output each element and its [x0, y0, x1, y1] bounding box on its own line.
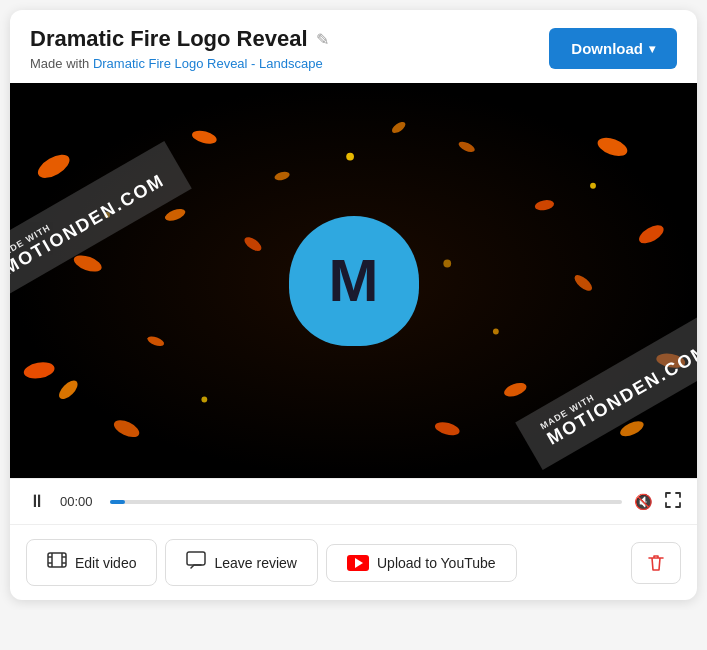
svg-point-8	[274, 170, 291, 182]
upload-youtube-button[interactable]: Upload to YouTube	[326, 544, 517, 582]
volume-button[interactable]: 🔇	[634, 493, 653, 511]
time-display: 00:00	[60, 494, 98, 509]
chevron-down-icon: ▾	[649, 42, 655, 56]
svg-point-19	[390, 120, 407, 135]
title-row: Dramatic Fire Logo Reveal ✎	[30, 26, 329, 52]
svg-point-16	[457, 140, 476, 154]
svg-point-5	[191, 128, 218, 146]
action-bar: Edit video Leave review Upload to YouTub…	[10, 524, 697, 600]
edit-title-icon[interactable]: ✎	[316, 30, 329, 49]
watermark-bottom: MADE WITH MOTIONDEN.COM	[515, 311, 697, 470]
template-link[interactable]: Dramatic Fire Logo Reveal - Landscape	[93, 56, 323, 71]
svg-point-20	[346, 153, 354, 161]
logo-circle: M	[289, 216, 419, 346]
youtube-icon	[347, 555, 369, 571]
svg-point-22	[590, 183, 596, 189]
svg-point-3	[111, 417, 141, 441]
video-controls: ⏸ 00:00 🔇	[10, 478, 697, 524]
trash-icon	[646, 553, 666, 573]
svg-rect-26	[48, 553, 66, 567]
svg-point-10	[595, 134, 630, 159]
video-frame: MADE WITH MOTIONDEN.COM MADE WITH MOTION…	[10, 83, 697, 478]
svg-point-11	[636, 222, 666, 247]
svg-point-7	[242, 235, 263, 254]
svg-point-24	[201, 397, 207, 403]
leave-review-label: Leave review	[214, 555, 297, 571]
delete-button[interactable]	[631, 542, 681, 584]
pause-button[interactable]: ⏸	[26, 489, 48, 514]
fullscreen-button[interactable]	[665, 492, 681, 511]
svg-point-15	[534, 199, 555, 212]
watermark-top: MADE WITH MOTIONDEN.COM	[10, 141, 192, 300]
edit-video-label: Edit video	[75, 555, 136, 571]
leave-review-button[interactable]: Leave review	[165, 539, 318, 586]
comment-icon	[186, 550, 206, 575]
edit-video-button[interactable]: Edit video	[26, 539, 157, 586]
page-title: Dramatic Fire Logo Reveal	[30, 26, 308, 52]
svg-point-0	[34, 150, 73, 183]
download-button[interactable]: Download ▾	[549, 28, 677, 69]
svg-point-14	[572, 272, 595, 293]
svg-point-25	[443, 260, 451, 268]
header-left: Dramatic Fire Logo Reveal ✎ Made with Dr…	[30, 26, 329, 71]
main-card: Dramatic Fire Logo Reveal ✎ Made with Dr…	[10, 10, 697, 600]
svg-point-1	[72, 252, 104, 275]
svg-point-18	[434, 420, 461, 438]
svg-point-17	[502, 380, 528, 399]
upload-youtube-label: Upload to YouTube	[377, 555, 496, 571]
svg-point-2	[22, 360, 55, 381]
svg-point-4	[56, 377, 81, 402]
fullscreen-icon	[665, 492, 681, 508]
subtitle: Made with Dramatic Fire Logo Reveal - La…	[30, 56, 329, 71]
progress-bar[interactable]	[110, 500, 622, 504]
svg-point-6	[163, 207, 186, 223]
video-container: MADE WITH MOTIONDEN.COM MADE WITH MOTION…	[10, 83, 697, 524]
svg-point-23	[493, 329, 499, 335]
film-icon	[47, 550, 67, 575]
logo-letter: M	[329, 251, 379, 311]
svg-point-9	[146, 335, 165, 348]
svg-rect-33	[187, 552, 205, 565]
header: Dramatic Fire Logo Reveal ✎ Made with Dr…	[10, 10, 697, 83]
progress-fill	[110, 500, 125, 504]
